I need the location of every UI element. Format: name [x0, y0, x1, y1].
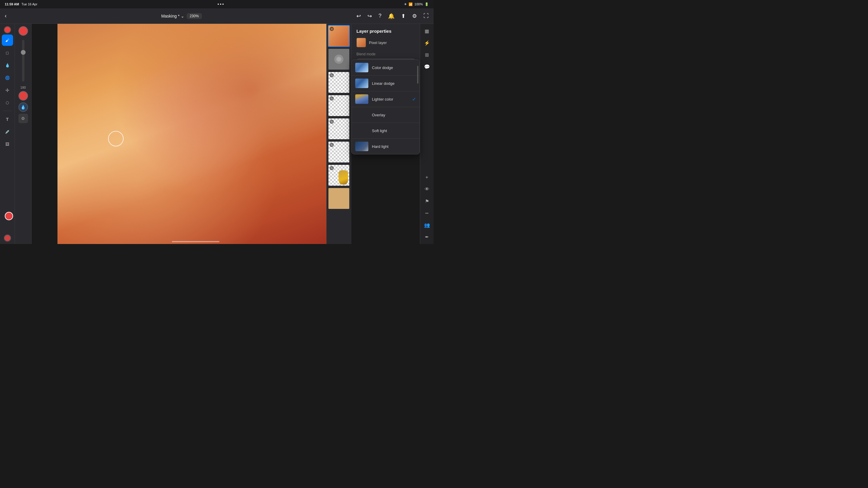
tool-separator-1: [3, 111, 12, 111]
dropdown-scrollbar[interactable]: [417, 60, 418, 154]
blend-mode-dropdown: Color dodge Linear dodge Lighter color ✓…: [351, 60, 420, 155]
pixel-layer-thumbnail: [356, 38, 366, 47]
share-button[interactable]: ⬆: [400, 11, 407, 21]
layer-thumb-3[interactable]: ⊙: [328, 95, 350, 117]
blend-thumb-img-hard-light: [355, 142, 368, 151]
blend-item-linear-dodge[interactable]: Linear dodge: [352, 75, 420, 91]
toolbar-left: ‹: [4, 11, 8, 20]
blend-thumb-linear-dodge: [355, 78, 368, 88]
add-layer-button[interactable]: +: [422, 172, 432, 182]
primary-color-swatch[interactable]: [4, 26, 11, 33]
reference-button[interactable]: ⚑: [422, 196, 432, 206]
layer-mask-icon-6: ⊙: [330, 166, 334, 170]
layer-thumb-bg-7: [329, 188, 349, 209]
grid-icon-button[interactable]: ⊞: [422, 50, 432, 60]
blend-thumb-lighter-color: [355, 94, 368, 104]
smudge-tool-button[interactable]: 💧: [2, 60, 13, 71]
blend-item-overlay[interactable]: Overlay: [352, 107, 420, 123]
brush-settings-button[interactable]: ⚙: [19, 114, 28, 123]
layer-mask-icon-0: ⊙: [330, 27, 334, 31]
layer-mask-icon-2: ⊙: [330, 73, 334, 77]
selection-tool-button[interactable]: ⬡: [2, 97, 13, 108]
redo-button[interactable]: ↪: [366, 11, 373, 21]
pen-button[interactable]: ✒: [422, 232, 432, 241]
layer-properties-title: Layer properties: [356, 29, 415, 34]
layer-mask-icon-4: ⊙: [330, 120, 334, 124]
toolbar-right: ↩ ↪ ? 🔔 ⬆ ⚙ ⛶: [355, 11, 430, 21]
brush-size-slider[interactable]: [22, 40, 24, 82]
blend-name-soft-light: Soft light: [372, 129, 387, 133]
eraser-tool-button[interactable]: ◻: [2, 47, 13, 58]
status-right: ✈ 📶 100% 🔋: [404, 2, 429, 6]
brush-tool-button[interactable]: 🖌: [2, 34, 13, 46]
blend-name-lighter-color: Lighter color: [372, 97, 393, 101]
layer-thumb-6[interactable]: ⊙: [328, 164, 350, 186]
brush-size-panel: 180 💧 ⚙: [15, 24, 32, 244]
blend-thumb-color-dodge: [355, 63, 368, 72]
brush-size-thumb: [21, 50, 26, 55]
color-picker-dot[interactable]: [5, 212, 13, 220]
layer-thumb-4[interactable]: ⊙: [328, 118, 350, 140]
blend-thumb-img-overlay: [355, 110, 368, 120]
blend-item-hard-light[interactable]: Hard light: [352, 139, 420, 154]
text-tool-button[interactable]: T: [2, 113, 13, 125]
canvas-scroll[interactable]: [172, 241, 219, 242]
blend-name-color-dodge: Color dodge: [372, 65, 393, 70]
blend-item-color-dodge[interactable]: Color dodge: [352, 60, 420, 75]
blend-item-soft-light[interactable]: Soft light: [352, 123, 420, 139]
settings-button[interactable]: ⚙: [411, 11, 418, 21]
status-dot-1: [218, 4, 219, 5]
layer-mask-icon-3: ⊙: [330, 96, 334, 101]
back-button[interactable]: ‹: [4, 11, 8, 20]
layer-thumb-0[interactable]: ⊙: [328, 25, 350, 47]
status-date: Tue 16 Apr: [22, 2, 37, 6]
layer-thumb-5[interactable]: ⊙: [328, 141, 350, 163]
water-tool-button[interactable]: 💧: [19, 102, 28, 112]
speech-icon-button[interactable]: 💬: [422, 62, 432, 71]
collaborate-button[interactable]: 👥: [422, 220, 432, 230]
project-name: Masking *: [161, 14, 179, 19]
zoom-button[interactable]: 230%: [187, 13, 202, 19]
eyedropper-tool-button[interactable]: 💉: [2, 126, 13, 137]
project-title-button[interactable]: Masking * ⌄: [161, 14, 184, 19]
fill-tool-button[interactable]: 🖼: [2, 138, 13, 150]
blend-name-linear-dodge: Linear dodge: [372, 81, 395, 86]
more-button[interactable]: •••: [422, 208, 432, 218]
blend-mode-label: Blend mode: [356, 52, 415, 56]
layer-thumb-2[interactable]: ⊙: [328, 71, 350, 93]
layers-icon-button[interactable]: ▦: [422, 26, 432, 36]
visibility-button[interactable]: 👁: [422, 185, 432, 194]
pixel-layer-row: Pixel layer: [356, 38, 415, 47]
blend-name-hard-light: Hard light: [372, 144, 389, 149]
brush-primary-color[interactable]: [19, 26, 28, 36]
notifications-button[interactable]: 🔔: [387, 11, 396, 21]
blend-name-overlay: Overlay: [372, 113, 385, 117]
canvas-area[interactable]: [58, 24, 334, 244]
secondary-color-swatch[interactable]: [4, 234, 11, 241]
layer-mask-icon-5: ⊙: [330, 143, 334, 147]
blend-thumb-img-color-dodge: [355, 63, 368, 72]
blend-thumb-overlay: [355, 110, 368, 120]
layer-thumb-1[interactable]: [328, 48, 350, 70]
blend-checkmark: ✓: [412, 96, 416, 102]
help-button[interactable]: ?: [377, 11, 383, 20]
wifi-icon: 📶: [408, 2, 413, 6]
layer-thumb-7[interactable]: [328, 188, 350, 209]
canvas-painting: [58, 24, 334, 244]
dropdown-scrollbar-thumb: [417, 66, 418, 84]
right-icons-column: ▦ ⚡ ⊞ 💬 + 👁 ⚑ ••• 👥 ✒: [420, 24, 434, 244]
top-toolbar: ‹ Masking * ⌄ 230% ↩ ↪ ? 🔔 ⬆ ⚙ ⛶: [0, 8, 434, 24]
pixel-layer-label: Pixel layer: [369, 40, 387, 45]
transform-tool-button[interactable]: ✛: [2, 85, 13, 96]
fullscreen-button[interactable]: ⛶: [422, 11, 430, 20]
blend-item-lighter-color[interactable]: Lighter color ✓: [352, 91, 420, 107]
battery-level: 100%: [414, 2, 423, 6]
undo-button[interactable]: ↩: [355, 11, 362, 21]
status-left: 11:59 AM Tue 16 Apr: [5, 2, 37, 6]
adjustments-icon-button[interactable]: ⚡: [422, 38, 432, 47]
liquify-tool-button[interactable]: 🌀: [2, 72, 13, 83]
chevron-down-icon: ⌄: [181, 14, 184, 19]
blend-thumb-soft-light: [355, 126, 368, 135]
airplane-icon: ✈: [404, 2, 407, 6]
brush-secondary-color[interactable]: [19, 91, 28, 101]
